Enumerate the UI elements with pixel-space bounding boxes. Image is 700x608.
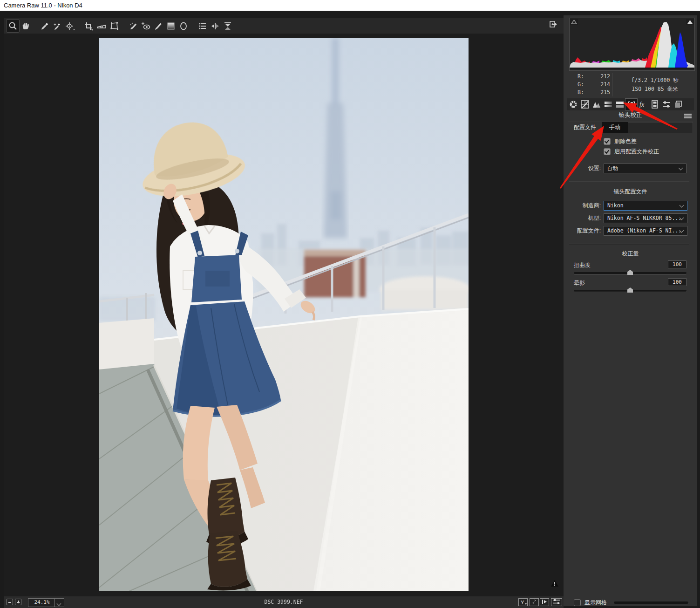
profile-label: 配置文件:	[567, 227, 601, 235]
show-grid-label: 显示网格	[584, 599, 607, 607]
window-title: Camera Raw 11.0 - Nikon D4	[4, 2, 82, 9]
zoom-level-select[interactable]: 24.1%	[28, 598, 56, 607]
enable-profile-corrections-checkbox[interactable]	[604, 148, 611, 155]
gradient-square-icon	[166, 21, 176, 31]
before-after-view-button[interactable]: Y	[518, 598, 528, 606]
tab-tone-curve[interactable]	[579, 99, 591, 110]
fx-icon: fx	[639, 100, 648, 109]
transform-tool-button[interactable]	[108, 20, 120, 32]
tab-camera-calibration[interactable]	[649, 99, 660, 110]
presets-sliders-icon	[662, 100, 671, 109]
hand-tool-button[interactable]	[19, 20, 32, 32]
radial-filter-tool-button[interactable]	[177, 20, 190, 32]
zoom-tool-button[interactable]	[7, 20, 19, 32]
setup-label: 设置:	[567, 164, 601, 172]
make-select[interactable]: Nikon	[604, 201, 687, 211]
vignetting-slider[interactable]	[574, 290, 686, 292]
red-eye-tool-button[interactable]	[139, 20, 152, 32]
chevron-down-icon	[680, 203, 684, 208]
list-icon	[198, 21, 207, 31]
film-strip-icon	[651, 100, 659, 109]
adjustment-brush-tool-button[interactable]	[152, 20, 164, 32]
layers-icon	[674, 100, 682, 109]
brush-icon	[154, 21, 163, 31]
image-canvas[interactable]	[4, 34, 564, 596]
chevron-down-icon	[679, 166, 683, 171]
remove-chromatic-aberration-row[interactable]: 删除色差	[604, 137, 637, 145]
show-grid-checkbox[interactable]	[574, 599, 581, 606]
vignetting-value[interactable]: 100	[668, 278, 686, 286]
transform-grid-icon	[109, 21, 119, 31]
tab-lens-corrections[interactable]	[625, 99, 637, 110]
gradient-bars-icon	[604, 100, 612, 109]
rotate-right-button[interactable]	[221, 20, 234, 32]
heal-brush-icon	[129, 21, 138, 31]
view-settings-button[interactable]	[551, 598, 562, 606]
copy-current-to-before-button[interactable]	[540, 598, 549, 606]
aperture-icon	[569, 100, 578, 109]
panel-menu-button[interactable]	[684, 113, 692, 119]
lens-icon	[627, 100, 636, 109]
distortion-label: 扭曲度	[574, 261, 591, 269]
fullscreen-toggle-button[interactable]	[548, 20, 558, 29]
remove-chromatic-aberration-label: 删除色差	[614, 137, 637, 145]
graduated-filter-tool-button[interactable]	[164, 20, 177, 32]
straighten-tool-button[interactable]	[95, 20, 108, 32]
zoom-in-button[interactable]	[15, 599, 21, 605]
tab-profile[interactable]: 配置文件	[568, 122, 602, 133]
setup-row: 设置: 自动	[567, 164, 686, 173]
tab-effects[interactable]: fx	[637, 99, 649, 110]
model-value: Nikon AF-S NIKKOR 85...	[607, 215, 681, 221]
swap-icon	[531, 598, 537, 607]
divider	[569, 181, 689, 182]
photo-preview[interactable]	[99, 38, 469, 591]
white-balance-tool-button[interactable]	[38, 20, 51, 32]
lens-tabstrip: 配置文件 手动	[568, 122, 693, 133]
vignetting-slider-thumb[interactable]	[627, 287, 633, 293]
ellipse-icon	[179, 21, 188, 31]
tab-presets[interactable]	[660, 99, 672, 110]
zoom-level-dropdown-button[interactable]	[54, 598, 64, 607]
model-select[interactable]: Nikon AF-S NIKKOR 85...	[604, 213, 687, 223]
tab-detail[interactable]	[591, 99, 602, 110]
crop-tool-button[interactable]	[82, 20, 95, 32]
magnifier-icon	[8, 21, 18, 31]
rotate-left-button[interactable]	[209, 20, 221, 32]
r-value: 212	[600, 73, 610, 80]
toolbar	[4, 18, 564, 34]
camera-raw-window: Camera Raw 11.0 - Nikon D4	[0, 0, 700, 608]
spot-removal-tool-button[interactable]	[127, 20, 139, 32]
right-panel: R:212 G:214 B:215 f/3.2 1/1000 秒 ISO 100…	[564, 15, 697, 606]
tab-split-toning[interactable]	[614, 99, 625, 110]
g-value: 214	[600, 81, 610, 88]
tab-manual[interactable]: 手动	[602, 122, 628, 133]
hand-icon	[21, 21, 30, 31]
title-bar: Camera Raw 11.0 - Nikon D4	[0, 0, 700, 11]
tab-hsl-grayscale[interactable]	[602, 99, 614, 110]
r-label: R:	[578, 73, 584, 80]
panel-title: 镜头校正	[564, 111, 697, 119]
image-info: R:212 G:214 B:215 f/3.2 1/1000 秒 ISO 100…	[569, 72, 695, 98]
distortion-slider[interactable]	[574, 272, 686, 274]
status-bar: 24.1% DSC_3999.NEF Y	[4, 596, 564, 608]
setup-select[interactable]: 自动	[604, 164, 686, 173]
curve-grid-icon	[581, 100, 589, 109]
red-eye-icon	[141, 21, 151, 31]
distortion-value[interactable]: 100	[668, 260, 686, 268]
tab-basic[interactable]	[567, 99, 579, 110]
zoom-out-button[interactable]	[7, 599, 13, 605]
show-grid-row[interactable]: 显示网格	[574, 599, 607, 607]
distortion-slider-thumb[interactable]	[627, 270, 633, 275]
filename-label: DSC_3999.NEF	[264, 599, 303, 605]
targeted-adjustment-tool-button[interactable]	[63, 20, 76, 32]
setup-value: 自动	[607, 165, 618, 171]
enable-profile-corrections-row[interactable]: 启用配置文件校正	[604, 148, 659, 156]
profile-select[interactable]: Adobe (Nikon AF-S NI...	[604, 226, 687, 236]
tab-snapshots[interactable]	[672, 99, 684, 110]
remove-chromatic-aberration-checkbox[interactable]	[604, 138, 611, 145]
color-sampler-tool-button[interactable]	[51, 20, 63, 32]
grid-size-slider[interactable]	[614, 601, 688, 604]
aperture-shutter-label: f/3.2 1/1000 秒	[616, 77, 694, 84]
preferences-button[interactable]	[196, 20, 209, 32]
swap-before-after-button[interactable]	[530, 598, 539, 606]
